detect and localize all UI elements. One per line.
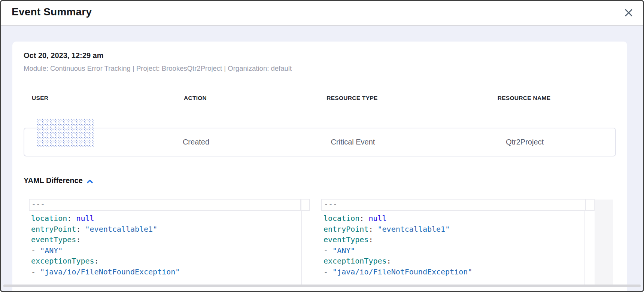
code-line: entryPoint: "eventcallable1" bbox=[321, 224, 585, 235]
column-header-user: USER bbox=[24, 95, 118, 101]
code-line: - "java/io/FileNotFoundException" bbox=[321, 267, 585, 277]
right-editor-scroll-track[interactable] bbox=[595, 200, 613, 285]
table-header-row: USER ACTION RESOURCE TYPE RESOURCE NAME bbox=[24, 95, 616, 101]
code-line: - "ANY" bbox=[321, 245, 585, 256]
event-summary-modal: Event Summary Oct 20, 2023, 12:29 am Mod… bbox=[0, 0, 644, 292]
code-line: - "java/io/FileNotFoundException" bbox=[29, 267, 300, 277]
horizontal-scrollbar[interactable] bbox=[3, 285, 641, 287]
resource-type-cell: Critical Event bbox=[273, 138, 433, 146]
yaml-left-code: location: nullentryPoint: "eventcallable… bbox=[29, 213, 300, 277]
yaml-difference-label: YAML Difference bbox=[24, 176, 83, 185]
column-header-resource-type: RESOURCE TYPE bbox=[272, 95, 432, 101]
event-timestamp: Oct 20, 2023, 12:29 am bbox=[24, 51, 103, 60]
code-line: exceptionTypes: bbox=[321, 256, 585, 267]
event-card: Oct 20, 2023, 12:29 am Module: Continuou… bbox=[12, 42, 627, 292]
yaml-left-scrollbar-divider bbox=[301, 211, 302, 285]
yaml-right-separator-line: --- bbox=[321, 199, 586, 211]
chevron-up-icon bbox=[86, 178, 93, 184]
code-line: location: null bbox=[321, 213, 585, 224]
yaml-left-scrollbar-corner bbox=[301, 199, 310, 211]
column-header-resource-name: RESOURCE NAME bbox=[432, 95, 616, 101]
code-line: location: null bbox=[29, 213, 300, 224]
close-icon bbox=[625, 9, 633, 18]
event-context: Module: Continuous Error Tracking | Proj… bbox=[24, 64, 292, 73]
column-header-action: ACTION bbox=[118, 95, 272, 101]
action-cell: Created bbox=[119, 138, 273, 146]
table-row: Created Critical Event Qtr2Project bbox=[24, 128, 616, 156]
code-line: eventTypes: bbox=[29, 234, 300, 245]
close-button[interactable] bbox=[623, 8, 634, 18]
redacted-user-avatar bbox=[36, 118, 94, 147]
modal-body: Oct 20, 2023, 12:29 am Module: Continuou… bbox=[1, 26, 643, 291]
modal-title: Event Summary bbox=[12, 6, 92, 18]
code-line: exceptionTypes: bbox=[29, 256, 300, 267]
resource-name-cell: Qtr2Project bbox=[433, 138, 617, 146]
yaml-right-scrollbar-corner bbox=[586, 199, 595, 211]
yaml-left-separator-line: --- bbox=[29, 199, 301, 211]
code-line: eventTypes: bbox=[321, 234, 585, 245]
yaml-diff-left-editor[interactable]: --- location: nullentryPoint: "eventcall… bbox=[29, 199, 310, 285]
yaml-difference-toggle[interactable]: YAML Difference bbox=[24, 176, 93, 185]
modal-header: Event Summary bbox=[1, 1, 643, 25]
yaml-right-code: location: nullentryPoint: "eventcallable… bbox=[321, 213, 585, 277]
yaml-diff-right-editor[interactable]: --- location: nullentryPoint: "eventcall… bbox=[321, 199, 595, 285]
code-line: - "ANY" bbox=[29, 245, 300, 256]
code-line: entryPoint: "eventcallable1" bbox=[29, 224, 300, 235]
